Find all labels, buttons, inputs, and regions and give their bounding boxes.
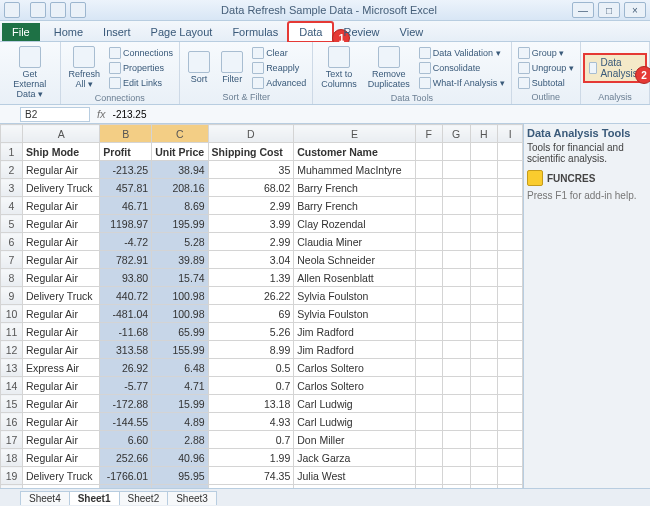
funcres-label[interactable]: FUNCRES	[547, 173, 595, 184]
cell-G13[interactable]	[442, 359, 470, 377]
cell-C9[interactable]: 100.98	[152, 287, 208, 305]
cell-B11[interactable]: -11.68	[100, 323, 152, 341]
remove-duplicates-button[interactable]: Remove Duplicates	[364, 44, 414, 92]
refresh-all-button[interactable]: Refresh All ▾	[65, 44, 105, 92]
data-validation-button[interactable]: Data Validation ▾	[417, 46, 507, 60]
cell-D8[interactable]: 1.39	[208, 269, 294, 287]
sheet-tab-sheet2[interactable]: Sheet2	[119, 491, 169, 505]
cell-I11[interactable]	[498, 323, 523, 341]
cell-G2[interactable]	[442, 161, 470, 179]
cell-E4[interactable]: Barry French	[294, 197, 416, 215]
cell-E8[interactable]: Allen Rosenblatt	[294, 269, 416, 287]
cell-C18[interactable]: 40.96	[152, 449, 208, 467]
cell-E12[interactable]: Jim Radford	[294, 341, 416, 359]
cell-E11[interactable]: Jim Radford	[294, 323, 416, 341]
undo-icon[interactable]	[50, 2, 66, 18]
row-header-12[interactable]: 12	[1, 341, 23, 359]
cell-H5[interactable]	[470, 215, 498, 233]
cell-I19[interactable]	[498, 467, 523, 485]
cell-A10[interactable]: Regular Air	[23, 305, 100, 323]
cell-H11[interactable]	[470, 323, 498, 341]
cell-H2[interactable]	[470, 161, 498, 179]
cell-G9[interactable]	[442, 287, 470, 305]
cell-F15[interactable]	[415, 395, 442, 413]
cell-F1[interactable]	[415, 143, 442, 161]
sheet-tab-sheet3[interactable]: Sheet3	[167, 491, 217, 505]
tab-home[interactable]: Home	[44, 23, 93, 41]
cell-E17[interactable]: Don Miller	[294, 431, 416, 449]
row-header-20[interactable]: 20	[1, 485, 23, 489]
row-header-13[interactable]: 13	[1, 359, 23, 377]
formula-bar[interactable]	[109, 108, 650, 121]
cell-B14[interactable]: -5.77	[100, 377, 152, 395]
cell-A7[interactable]: Regular Air	[23, 251, 100, 269]
cell-I1[interactable]	[498, 143, 523, 161]
group-button[interactable]: Group ▾	[516, 46, 576, 60]
cell-I16[interactable]	[498, 413, 523, 431]
cell-H13[interactable]	[470, 359, 498, 377]
col-header-F[interactable]: F	[415, 125, 442, 143]
cell-E9[interactable]: Sylvia Foulston	[294, 287, 416, 305]
cell-C1[interactable]: Unit Price	[152, 143, 208, 161]
row-header-5[interactable]: 5	[1, 215, 23, 233]
cell-C15[interactable]: 15.99	[152, 395, 208, 413]
minimize-button[interactable]: —	[572, 2, 594, 18]
cell-E15[interactable]: Carl Ludwig	[294, 395, 416, 413]
cell-B16[interactable]: -144.55	[100, 413, 152, 431]
cell-F20[interactable]	[415, 485, 442, 489]
cell-H7[interactable]	[470, 251, 498, 269]
cell-H20[interactable]	[470, 485, 498, 489]
col-header-I[interactable]: I	[498, 125, 523, 143]
cell-A17[interactable]: Regular Air	[23, 431, 100, 449]
tab-insert[interactable]: Insert	[93, 23, 141, 41]
cell-B3[interactable]: 457.81	[100, 179, 152, 197]
cell-D11[interactable]: 5.26	[208, 323, 294, 341]
cell-C13[interactable]: 6.48	[152, 359, 208, 377]
cell-C6[interactable]: 5.28	[152, 233, 208, 251]
cell-F11[interactable]	[415, 323, 442, 341]
cell-C14[interactable]: 4.71	[152, 377, 208, 395]
reapply-button[interactable]: Reapply	[250, 61, 308, 75]
cell-C8[interactable]: 15.74	[152, 269, 208, 287]
cell-G19[interactable]	[442, 467, 470, 485]
ungroup-button[interactable]: Ungroup ▾	[516, 61, 576, 75]
cell-D10[interactable]: 69	[208, 305, 294, 323]
cell-E2[interactable]: Muhammed MacIntyre	[294, 161, 416, 179]
sheet-tab-sheet1[interactable]: Sheet1	[69, 491, 120, 505]
cell-D5[interactable]: 3.99	[208, 215, 294, 233]
cell-G5[interactable]	[442, 215, 470, 233]
cell-F2[interactable]	[415, 161, 442, 179]
clear-button[interactable]: Clear	[250, 46, 308, 60]
cell-E16[interactable]: Carl Ludwig	[294, 413, 416, 431]
consolidate-button[interactable]: Consolidate	[417, 61, 507, 75]
row-header-19[interactable]: 19	[1, 467, 23, 485]
cell-C5[interactable]: 195.99	[152, 215, 208, 233]
close-button[interactable]: ×	[624, 2, 646, 18]
col-header-A[interactable]: A	[23, 125, 100, 143]
cell-A13[interactable]: Express Air	[23, 359, 100, 377]
cell-D13[interactable]: 0.5	[208, 359, 294, 377]
cell-F16[interactable]	[415, 413, 442, 431]
save-icon[interactable]	[30, 2, 46, 18]
select-all-corner[interactable]	[1, 125, 23, 143]
cell-H19[interactable]	[470, 467, 498, 485]
cell-I18[interactable]	[498, 449, 523, 467]
col-header-E[interactable]: E	[294, 125, 416, 143]
cell-D6[interactable]: 2.99	[208, 233, 294, 251]
cell-B20[interactable]: -236.27	[100, 485, 152, 489]
cell-F3[interactable]	[415, 179, 442, 197]
redo-icon[interactable]	[70, 2, 86, 18]
cell-A11[interactable]: Regular Air	[23, 323, 100, 341]
cell-H9[interactable]	[470, 287, 498, 305]
cell-I15[interactable]	[498, 395, 523, 413]
cell-G20[interactable]	[442, 485, 470, 489]
cell-H18[interactable]	[470, 449, 498, 467]
cell-F13[interactable]	[415, 359, 442, 377]
cell-F5[interactable]	[415, 215, 442, 233]
cell-F10[interactable]	[415, 305, 442, 323]
tab-page-layout[interactable]: Page Layout	[141, 23, 223, 41]
cell-H10[interactable]	[470, 305, 498, 323]
sort-button[interactable]: Sort	[184, 49, 214, 87]
cell-B5[interactable]: 1198.97	[100, 215, 152, 233]
cell-I5[interactable]	[498, 215, 523, 233]
